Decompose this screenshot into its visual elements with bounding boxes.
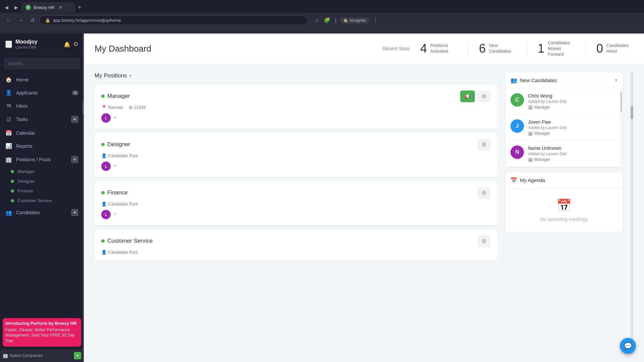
dashboard-header: My Dashboard Recent Stats 4 Positions Ac… xyxy=(84,34,644,64)
sidebar-scroll-thumb xyxy=(83,101,84,114)
finance-meta: 👤 Candidate Pool xyxy=(101,201,490,206)
customer-service-card-actions: ⚙ xyxy=(478,235,490,247)
sidebar-item-applicants[interactable]: 👤 Applicants 4 xyxy=(0,86,84,99)
stat-hired: 0 Candidates Hired xyxy=(596,42,633,56)
agenda-title: My Agenda xyxy=(520,177,617,183)
manager-location: 📍 Remote xyxy=(101,105,123,110)
designer-add-member-button[interactable]: + xyxy=(112,163,118,170)
sidebar-item-reports[interactable]: 📊 Reports xyxy=(0,139,84,153)
switch-add-button[interactable]: + xyxy=(74,352,81,359)
unknown-added-by: Added by Lauren Deli xyxy=(528,152,617,156)
unknown-info: Name Unknown Added by Lauren Deli 🏢 Mana… xyxy=(528,145,617,162)
positions-dropdown-icon[interactable]: ▾ xyxy=(129,73,131,78)
stat-divider-3 xyxy=(585,42,586,55)
new-candidates-dropdown[interactable]: ▾ xyxy=(615,78,617,82)
new-tab-button[interactable]: + xyxy=(75,4,84,11)
incognito-badge: 🕵 Incognito xyxy=(340,17,369,24)
stat-new-candidates-label: New Candidates xyxy=(489,43,516,54)
browser-nav-bar: ← → ↺ 🔒 app.breezy.hr/app/c/moodjoy/home… xyxy=(0,13,644,28)
menu-button[interactable]: ⋮ xyxy=(371,16,379,25)
sidebar-subitem-manager[interactable]: Manager xyxy=(0,167,84,176)
promo-text: Faster, Cleaner, Better Performance Mana… xyxy=(5,327,78,344)
tasks-add-button[interactable]: + xyxy=(71,116,78,123)
sidebar-subitem-customer-service[interactable]: Customer Service xyxy=(0,196,84,205)
manager-avatars: L + xyxy=(101,113,490,123)
sidebar-back-button[interactable]: ← xyxy=(5,41,12,48)
chat-icon: 💬 xyxy=(624,342,632,350)
customer-service-pool: 👤 Candidate Pool xyxy=(101,250,138,255)
sidebar-tasks-label: Tasks xyxy=(16,117,67,122)
positions-subitems: Manager Designer Finance Customer Servic… xyxy=(0,167,84,205)
tab-back[interactable]: ◀ xyxy=(3,3,10,11)
manager-broadcast-button[interactable]: 📢 xyxy=(460,90,475,102)
designer-settings-button[interactable]: ⚙ xyxy=(478,139,490,150)
active-tab[interactable]: B Breezy HR ✕ xyxy=(21,2,75,12)
finance-settings-button[interactable]: ⚙ xyxy=(478,187,490,199)
candidate-item-unknown[interactable]: N Name Unknown Added by Lauren Deli 🏢 Ma… xyxy=(505,141,623,167)
bookmark-button[interactable]: ☆ xyxy=(313,16,320,25)
nav-back-button[interactable]: ← xyxy=(4,16,13,25)
designer-status-dot xyxy=(11,180,14,183)
promo-banner[interactable]: Introducing Perform by Breezy HR Faster,… xyxy=(3,318,81,347)
manager-status-dot xyxy=(11,170,14,173)
finance-label: Finance xyxy=(17,188,33,193)
url-text: app.breezy.hr/app/c/moodjoy/home xyxy=(53,18,121,23)
recent-stats-label: Recent Stats xyxy=(383,46,410,51)
manager-settings-button[interactable]: ⚙ xyxy=(478,90,490,102)
manager-meta: 📍 Remote ⊞ 12345 xyxy=(101,105,490,110)
sidebar-subitem-finance[interactable]: Finance xyxy=(0,186,84,196)
candidates-add-button[interactable]: + xyxy=(71,209,78,216)
unknown-position: 🏢 Manager xyxy=(528,157,617,162)
agenda-widget: 📅 My Agenda 📅 No upcoming meetings xyxy=(505,172,623,232)
address-bar[interactable]: 🔒 app.breezy.hr/app/c/moodjoy/home xyxy=(39,15,308,25)
extensions-button[interactable]: 🧩 xyxy=(322,16,332,25)
brand-info: Moodjoy Lauren Deli xyxy=(15,39,60,50)
chris-name: Chris Wong xyxy=(528,93,617,99)
nav-forward-button[interactable]: → xyxy=(16,16,25,25)
sidebar-item-candidates[interactable]: 👥 Candidates + xyxy=(0,205,84,220)
agenda-icon: 📅 xyxy=(511,177,517,183)
candidates-scroll-bar xyxy=(621,88,622,167)
unknown-briefcase-icon: 🏢 xyxy=(528,157,533,162)
briefcase-icon: 🏢 xyxy=(528,105,533,110)
manager-add-member-button[interactable]: + xyxy=(112,114,118,121)
candidate-item-chris[interactable]: C Chris Wong Added by Lauren Deli 🏢 Mana… xyxy=(505,88,623,115)
finance-add-member-button[interactable]: + xyxy=(112,211,118,218)
joven-briefcase-icon: 🏢 xyxy=(528,131,533,136)
sidebar-subitem-designer[interactable]: Designer xyxy=(0,176,84,186)
main-scroll-bar xyxy=(631,72,633,354)
joven-avatar: J xyxy=(511,119,524,133)
notifications-button[interactable]: 🔔 xyxy=(64,41,70,48)
sidebar-item-home[interactable]: 🏠 Home xyxy=(0,73,84,86)
sidebar-candidates-label: Candidates xyxy=(16,210,67,215)
stat-moved-forward-label: Candidates Moved Forward xyxy=(548,40,575,57)
unknown-avatar: N xyxy=(511,145,524,159)
main-scroll-thumb xyxy=(631,106,633,119)
sidebar-positions-label: Positions / Pools xyxy=(16,157,67,162)
tab-close-button[interactable]: ✕ xyxy=(59,5,63,10)
search-input[interactable] xyxy=(4,58,80,69)
sidebar-header: ← Moodjoy Lauren Deli 🔔 ⚙ xyxy=(0,34,84,54)
switch-companies-button[interactable]: Switch Companies xyxy=(9,353,74,358)
sidebar-item-tasks[interactable]: ☑ Tasks + xyxy=(0,112,84,126)
customer-service-meta: 👤 Candidate Pool xyxy=(101,250,490,255)
tab-forward[interactable]: ▶ xyxy=(12,3,20,11)
settings-icon-button[interactable]: ⚙ xyxy=(73,41,78,48)
designer-label: Designer xyxy=(17,179,35,184)
stat-positions-number: 4 xyxy=(420,42,427,56)
positions-header: My Positions ▾ xyxy=(95,72,497,79)
sidebar-item-inbox[interactable]: ✉ Inbox xyxy=(0,99,84,112)
chat-button[interactable]: 💬 xyxy=(620,338,636,354)
agenda-body: 📅 No upcoming meetings xyxy=(505,188,623,232)
profile-button[interactable]: | xyxy=(334,16,338,25)
position-card-designer: Designer ⚙ 👤 Candidate Pool L xyxy=(95,133,497,177)
nav-reload-button[interactable]: ↺ xyxy=(28,16,37,25)
unknown-name: Name Unknown xyxy=(528,145,617,151)
sidebar-item-positions[interactable]: 🏢 Positions / Pools + xyxy=(0,153,84,167)
candidate-item-joven[interactable]: J Joven Paw Added by Lauren Deli 🏢 Manag… xyxy=(505,115,623,141)
customer-service-settings-button[interactable]: ⚙ xyxy=(478,235,490,247)
sidebar-item-calendar[interactable]: 📅 Calendar xyxy=(0,126,84,139)
app-container: ← Moodjoy Lauren Deli 🔔 ⚙ 🏠 Home 👤 Appli… xyxy=(0,34,644,362)
positions-add-button[interactable]: + xyxy=(71,156,78,163)
new-candidates-header: 👥 New Candidates ▾ xyxy=(505,72,623,88)
